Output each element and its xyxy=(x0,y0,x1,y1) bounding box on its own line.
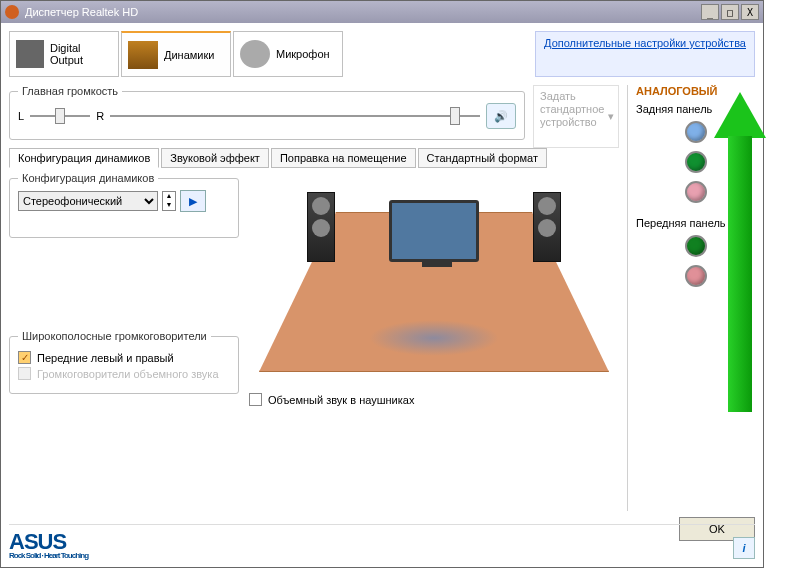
device-tabs: Digital Output Динамики Микрофон Дополни… xyxy=(9,31,755,77)
tab-microphone[interactable]: Микрофон xyxy=(233,31,343,77)
left-speaker-icon[interactable] xyxy=(307,192,335,262)
maximize-button[interactable]: □ xyxy=(721,4,739,20)
tab-speakers[interactable]: Динамики xyxy=(121,31,231,77)
app-icon xyxy=(5,5,19,19)
main-panel: Главная громкость L R 🔊 xyxy=(9,85,619,511)
amplifier-icon xyxy=(16,40,44,68)
tab-label: Микрофон xyxy=(276,48,330,60)
titlebar[interactable]: Диспетчер Realtek HD _ □ X xyxy=(1,1,763,23)
surround-speakers-label: Громкоговорители объемного звука xyxy=(37,368,219,380)
mute-button[interactable]: 🔊 xyxy=(486,103,516,129)
speaker-config-select[interactable]: Стереофонический xyxy=(18,191,158,211)
front-speakers-label: Передние левый и правый xyxy=(37,352,174,364)
rear-panel-label: Задняя панель xyxy=(636,103,755,115)
advanced-settings-link[interactable]: Дополнительные настройки устройства xyxy=(535,31,755,77)
surround-speakers-checkbox xyxy=(18,367,31,380)
jack-rear-blue[interactable] xyxy=(685,121,707,143)
monitor-icon xyxy=(389,200,479,262)
fullrange-group: Широкополосные громкоговорители Передние… xyxy=(9,330,239,394)
sub-tabs: Конфигурация динамиков Звуковой эффект П… xyxy=(9,148,619,168)
side-panel: АНАЛОГОВЫЙ Задняя панель Передняя панель xyxy=(627,85,755,511)
content-area: Digital Output Динамики Микрофон Дополни… xyxy=(1,23,763,567)
info-button[interactable]: i xyxy=(733,537,755,559)
subtab-room-correction[interactable]: Поправка на помещение xyxy=(271,148,416,168)
master-volume-group: Главная громкость L R 🔊 xyxy=(9,85,525,140)
speakers-icon xyxy=(128,41,158,69)
window-title: Диспетчер Realtek HD xyxy=(25,6,138,18)
jack-front-pink[interactable] xyxy=(685,265,707,287)
speaker-config-group: Конфигурация динамиков Стереофонический … xyxy=(9,172,239,238)
jack-rear-pink[interactable] xyxy=(685,181,707,203)
jack-front-green[interactable] xyxy=(685,235,707,257)
tab-digital-output[interactable]: Digital Output xyxy=(9,31,119,77)
volume-slider[interactable] xyxy=(110,107,480,125)
speaker-layout-preview: Объемный звук в наушниках xyxy=(249,172,619,382)
speaker-config-legend: Конфигурация динамиков xyxy=(18,172,158,184)
stepper-icon[interactable]: ▲ ▼ xyxy=(162,191,176,211)
minimize-button[interactable]: _ xyxy=(701,4,719,20)
subtab-sound-effect[interactable]: Звуковой эффект xyxy=(161,148,269,168)
analog-title: АНАЛОГОВЫЙ xyxy=(636,85,755,97)
front-speakers-checkbox[interactable] xyxy=(18,351,31,364)
front-panel-label: Передняя панель xyxy=(636,217,755,229)
footer: ASUS Rock Solid · Heart Touching i xyxy=(9,532,755,559)
tab-label: Digital Output xyxy=(50,42,112,66)
microphone-icon xyxy=(240,40,270,68)
balance-right-label: R xyxy=(96,110,104,122)
close-button[interactable]: X xyxy=(741,4,759,20)
virtual-headphone-checkbox[interactable] xyxy=(249,393,262,406)
app-window: Диспетчер Realtek HD _ □ X Digital Outpu… xyxy=(0,0,764,568)
balance-slider[interactable] xyxy=(30,115,90,117)
master-volume-legend: Главная громкость xyxy=(18,85,122,97)
set-default-device-dropdown[interactable]: Задать стандартное устройство xyxy=(533,85,619,148)
brand-logo: ASUS Rock Solid · Heart Touching xyxy=(9,532,88,559)
play-test-button[interactable]: ▶ xyxy=(180,190,206,212)
balance-left-label: L xyxy=(18,110,24,122)
speaker-sound-icon: 🔊 xyxy=(494,110,508,123)
fullrange-legend: Широкополосные громкоговорители xyxy=(18,330,211,342)
tab-label: Динамики xyxy=(164,49,214,61)
virtual-headphone-label: Объемный звук в наушниках xyxy=(268,394,414,406)
subtab-speaker-config[interactable]: Конфигурация динамиков xyxy=(9,148,159,168)
play-icon: ▶ xyxy=(189,195,197,208)
subtab-default-format[interactable]: Стандартный формат xyxy=(418,148,547,168)
jack-rear-green[interactable] xyxy=(685,151,707,173)
right-speaker-icon[interactable] xyxy=(533,192,561,262)
